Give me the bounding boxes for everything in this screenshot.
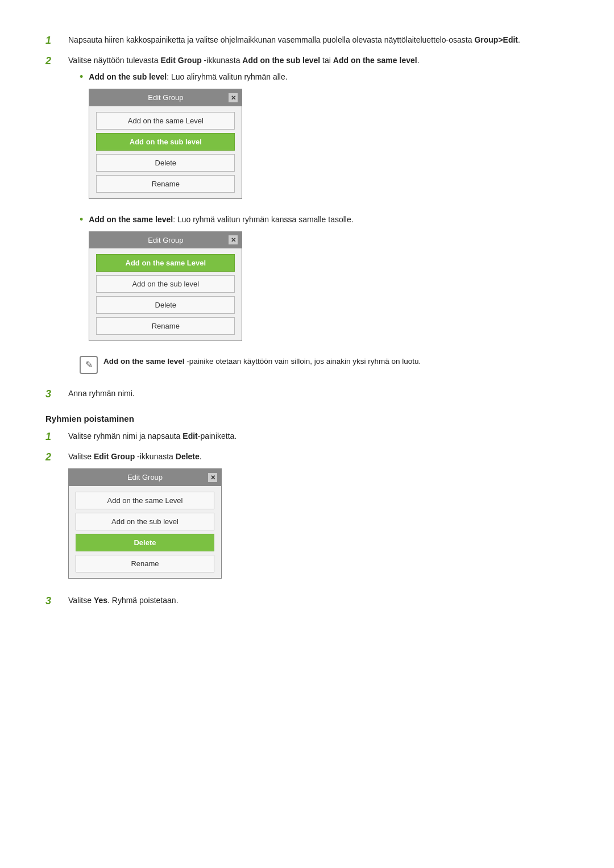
step-number-3-create: 3 <box>45 388 68 400</box>
bold-edit-btn: Edit <box>182 431 197 441</box>
bold-add-sub: Add on the sub level <box>242 56 320 65</box>
dialog-titlebar-1: Edit Group ✕ <box>89 89 242 106</box>
bold-edit-group-2: Edit Group <box>94 452 135 461</box>
delete-step-1-text: Valitse ryhmän nimi ja napsauta Edit-pai… <box>68 430 569 442</box>
bold-group-edit: Group>Edit <box>474 35 518 44</box>
step-number-1: 1 <box>45 35 68 47</box>
bold-edit-group-1: Edit Group <box>160 56 201 65</box>
step-number-2: 2 <box>45 55 68 67</box>
bold-delete: Delete <box>176 452 200 461</box>
bullet-dot-2: • <box>80 213 83 227</box>
delete-steps-section: 1 Valitse ryhmän nimi ja napsauta Edit-p… <box>45 430 569 607</box>
dialog-close-2[interactable]: ✕ <box>228 235 238 245</box>
delete-step-3: 3 Valitse Yes. Ryhmä poistetaan. <box>45 595 569 607</box>
bold-add-same: Add on the same level <box>333 56 417 65</box>
dialog-btn-delete-3[interactable]: Delete <box>76 534 214 551</box>
step-number-2-delete: 2 <box>45 451 68 463</box>
bullet-item-sub: • Add on the sub level: Luo aliryhmä val… <box>80 71 569 207</box>
step-1-text: Napsauta hiiren kakkospainiketta ja vali… <box>68 34 569 46</box>
dialog-box-3: Edit Group ✕ Add on the same Level Add o… <box>68 468 222 579</box>
note-bold: Add on the same level <box>103 357 185 366</box>
step-number-3-delete: 3 <box>45 595 68 607</box>
bullet-label-sub: Add on the sub level <box>89 72 167 81</box>
dialog-close-1[interactable]: ✕ <box>228 93 238 103</box>
note-text: Add on the same level -painike otetaan k… <box>103 356 569 367</box>
delete-step-2-text: Valitse Edit Group -ikkunasta Delete. Ed… <box>68 451 569 587</box>
dialog-btn-add-same-1[interactable]: Add on the same Level <box>96 112 235 130</box>
dialog-btn-rename-2[interactable]: Rename <box>96 317 235 335</box>
bullet-item-same: • Add on the same level: Luo ryhmä valit… <box>80 214 569 350</box>
step-2-text: Valitse näyttöön tulevasta Edit Group -i… <box>68 55 569 380</box>
create-step-1: 1 Napsauta hiiren kakkospainiketta ja va… <box>45 34 569 47</box>
dialog-btn-rename-1[interactable]: Rename <box>96 175 235 193</box>
dialog-btn-add-sub-1[interactable]: Add on the sub level <box>96 133 235 151</box>
dialog-body-1: Add on the same Level Add on the sub lev… <box>89 106 242 198</box>
dialog-title-2: Edit Group <box>148 235 183 246</box>
bold-yes: Yes <box>94 596 107 605</box>
dialog-btn-delete-2[interactable]: Delete <box>96 296 235 314</box>
bullet-list: • Add on the sub level: Luo aliryhmä val… <box>80 71 569 349</box>
dialog-close-3[interactable]: ✕ <box>208 472 218 483</box>
create-step-2: 2 Valitse näyttöön tulevasta Edit Group … <box>45 55 569 380</box>
dialog-btn-add-sub-2[interactable]: Add on the sub level <box>96 275 235 293</box>
dialog-btn-delete-1[interactable]: Delete <box>96 154 235 172</box>
dialog-btn-add-same-2[interactable]: Add on the same Level <box>96 254 235 272</box>
create-step-3: 3 Anna ryhmän nimi. <box>45 388 569 400</box>
dialog-titlebar-2: Edit Group ✕ <box>89 232 242 249</box>
dialog-titlebar-3: Edit Group ✕ <box>69 469 221 486</box>
step-number-1-delete: 1 <box>45 431 68 443</box>
dialog-body-3: Add on the same Level Add on the sub lev… <box>69 486 221 578</box>
dialog-title-1: Edit Group <box>148 92 183 103</box>
section-heading-delete: Ryhmien poistaminen <box>45 414 569 423</box>
bullet-content-sub: Add on the sub level: Luo aliryhmä valit… <box>89 71 569 207</box>
dialog-btn-add-same-3[interactable]: Add on the same Level <box>76 492 214 509</box>
bullet-content-same: Add on the same level: Luo ryhmä valitun… <box>89 214 569 350</box>
dialog-body-2: Add on the same Level Add on the sub lev… <box>89 248 242 340</box>
bullet-label-same: Add on the same level <box>89 215 173 224</box>
dialog-box-3-wrapper: Edit Group ✕ Add on the same Level Add o… <box>68 468 569 579</box>
dialog-box-2: Edit Group ✕ Add on the same Level Add o… <box>89 231 242 342</box>
dialog-btn-rename-3[interactable]: Rename <box>76 555 214 572</box>
note-box: ✎ Add on the same level -painike otetaan… <box>80 356 569 374</box>
delete-step-3-text: Valitse Yes. Ryhmä poistetaan. <box>68 595 569 607</box>
delete-step-2: 2 Valitse Edit Group -ikkunasta Delete. … <box>45 451 569 587</box>
bullet-dot-1: • <box>80 70 83 84</box>
dialog-box-1: Edit Group ✕ Add on the same Level Add o… <box>89 89 242 199</box>
note-icon: ✎ <box>80 356 98 374</box>
dialog-title-3: Edit Group <box>127 472 163 483</box>
delete-step-1: 1 Valitse ryhmän nimi ja napsauta Edit-p… <box>45 430 569 443</box>
dialog-btn-add-sub-3[interactable]: Add on the sub level <box>76 513 214 530</box>
create-steps-section: 1 Napsauta hiiren kakkospainiketta ja va… <box>45 34 569 400</box>
step-3-create-text: Anna ryhmän nimi. <box>68 388 569 400</box>
